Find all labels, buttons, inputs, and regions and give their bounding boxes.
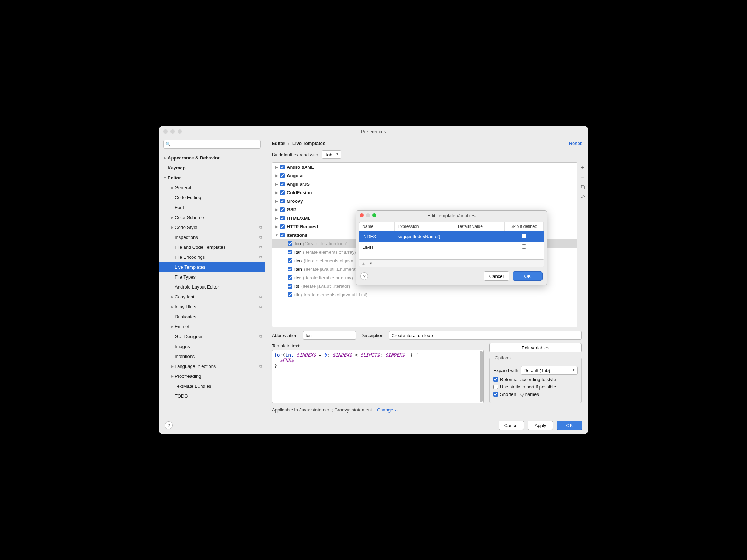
cell-name[interactable]: LIMIT [359, 245, 395, 250]
help-icon[interactable]: ? [165, 421, 173, 429]
sidebar-item[interactable]: ▶Emmet [159, 321, 265, 331]
template-checkbox[interactable] [288, 267, 292, 271]
options-fieldset: Options Expand with Default (Tab) Reform… [489, 355, 582, 403]
move-up-icon[interactable]: ▲ [361, 261, 365, 265]
variable-row[interactable]: LIMIT [359, 242, 544, 252]
sidebar-item[interactable]: ▶Code Style⧉ [159, 222, 265, 232]
template-group[interactable]: ▶AngularJS [272, 180, 577, 188]
variable-row[interactable]: INDEXsuggestIndexName() [359, 231, 544, 242]
sidebar-item-label: Code Editing [175, 195, 262, 200]
remove-icon[interactable]: − [579, 174, 586, 181]
sidebar-item[interactable]: TextMate Bundles [159, 381, 265, 391]
cell-name[interactable]: INDEX [359, 234, 395, 239]
template-name: itit [294, 284, 299, 289]
template-item[interactable]: itli(Iterate elements of java.util.List) [272, 290, 577, 299]
cancel-button[interactable]: Cancel [499, 421, 524, 430]
sidebar-tree[interactable]: ▶Appearance & BehaviorKeymap▼Editor▶Gene… [159, 151, 265, 416]
ok-button[interactable]: OK [557, 421, 582, 430]
group-checkbox[interactable] [280, 165, 285, 169]
sidebar-item[interactable]: File Types [159, 272, 265, 282]
reset-link[interactable]: Reset [569, 141, 582, 146]
undo-icon[interactable]: ↶ [579, 194, 586, 201]
shorten-checkbox[interactable] [493, 392, 498, 397]
template-checkbox[interactable] [288, 284, 292, 289]
sidebar-item-label: Proofreading [175, 374, 262, 379]
sidebar-item[interactable]: Keymap [159, 163, 265, 173]
static-import-checkbox[interactable] [493, 385, 498, 389]
sidebar-item[interactable]: ▶Color Scheme [159, 212, 265, 222]
skip-checkbox[interactable] [522, 244, 526, 249]
group-checkbox[interactable] [280, 173, 285, 178]
search-input[interactable] [163, 140, 261, 149]
code-scrollbar[interactable] [480, 351, 483, 402]
group-checkbox[interactable] [280, 190, 285, 195]
add-icon[interactable]: ＋ [579, 164, 586, 171]
zoom-dot[interactable] [178, 129, 182, 134]
sidebar-item[interactable]: TODO [159, 391, 265, 401]
sidebar-item[interactable]: ▶Copyright⧉ [159, 292, 265, 302]
sidebar-item[interactable]: Font [159, 202, 265, 212]
change-link[interactable]: Change ⌄ [377, 407, 398, 413]
template-checkbox[interactable] [288, 275, 292, 280]
modal-minimize-icon [366, 213, 370, 217]
template-group[interactable]: ▶Groovy [272, 197, 577, 205]
modal-ok-button[interactable]: OK [513, 271, 543, 281]
sidebar-item[interactable]: Android Layout Editor [159, 282, 265, 292]
group-checkbox[interactable] [280, 233, 285, 237]
sidebar-item[interactable]: ▶General [159, 183, 265, 192]
sidebar-item[interactable]: ▶Language Injections⧉ [159, 361, 265, 371]
template-code[interactable]: for(int $INDEX$ = 0; $INDEX$ < $LIMIT$; … [272, 350, 484, 403]
group-checkbox[interactable] [280, 182, 285, 186]
sidebar-item[interactable]: ▶Appearance & Behavior [159, 153, 265, 163]
header-default: Default value [455, 222, 505, 231]
sidebar-item[interactable]: ▼Editor [159, 173, 265, 183]
expand-with-label: Expand with [493, 368, 518, 373]
arrow-icon: ▼ [163, 176, 168, 180]
apply-button[interactable]: Apply [528, 421, 553, 430]
copy-icon[interactable]: ⧉ [579, 184, 586, 191]
group-checkbox[interactable] [280, 224, 285, 229]
sidebar-item[interactable]: File and Code Templates⧉ [159, 242, 265, 252]
template-name: itli [294, 292, 299, 297]
sidebar-item[interactable]: Images [159, 341, 265, 351]
modal-zoom-icon[interactable] [372, 213, 376, 217]
template-desc: (Iterate java.util.Enumeration) [304, 267, 365, 272]
sidebar-item[interactable]: Intentions [159, 351, 265, 361]
skip-checkbox[interactable] [522, 234, 526, 238]
cell-expr[interactable]: suggestIndexName() [395, 234, 455, 239]
sidebar-item[interactable]: GUI Designer⧉ [159, 331, 265, 341]
arrow-icon: ▶ [274, 182, 279, 186]
group-checkbox[interactable] [280, 199, 285, 203]
template-group[interactable]: ▶AndroidXML [272, 163, 577, 171]
sidebar-item[interactable]: Code Editing [159, 192, 265, 202]
sidebar-search: 🔍 [163, 140, 261, 149]
template-checkbox[interactable] [288, 258, 292, 263]
sidebar-item[interactable]: Live Templates [159, 262, 265, 272]
expand-with-select[interactable]: Default (Tab) [521, 366, 578, 375]
modal-close-icon[interactable] [360, 213, 364, 217]
template-name: iten [294, 267, 302, 272]
sidebar-item[interactable]: ▶Inlay Hints⧉ [159, 302, 265, 312]
sidebar-item[interactable]: Duplicates [159, 312, 265, 321]
template-checkbox[interactable] [288, 250, 292, 254]
template-group[interactable]: ▶ColdFusion [272, 188, 577, 197]
close-dot[interactable] [163, 129, 168, 134]
desc-input[interactable] [389, 331, 582, 340]
edit-variables-button[interactable]: Edit variables [489, 343, 582, 352]
modal-cancel-button[interactable]: Cancel [484, 271, 509, 281]
template-group[interactable]: ▶Angular [272, 171, 577, 180]
template-checkbox[interactable] [288, 241, 292, 246]
modal-help-icon[interactable]: ? [360, 272, 368, 280]
minimize-dot[interactable] [170, 129, 175, 134]
expand-select[interactable]: Tab [322, 150, 341, 159]
search-icon: 🔍 [165, 142, 171, 147]
sidebar-item[interactable]: Inspections⧉ [159, 232, 265, 242]
group-checkbox[interactable] [280, 207, 285, 212]
group-checkbox[interactable] [280, 216, 285, 220]
template-checkbox[interactable] [288, 292, 292, 297]
sidebar-item[interactable]: ▶Proofreading [159, 371, 265, 381]
sidebar-item[interactable]: File Encodings⧉ [159, 252, 265, 262]
reformat-checkbox[interactable] [493, 377, 498, 382]
abbr-input[interactable] [303, 331, 356, 340]
move-down-icon[interactable]: ▼ [369, 261, 373, 265]
